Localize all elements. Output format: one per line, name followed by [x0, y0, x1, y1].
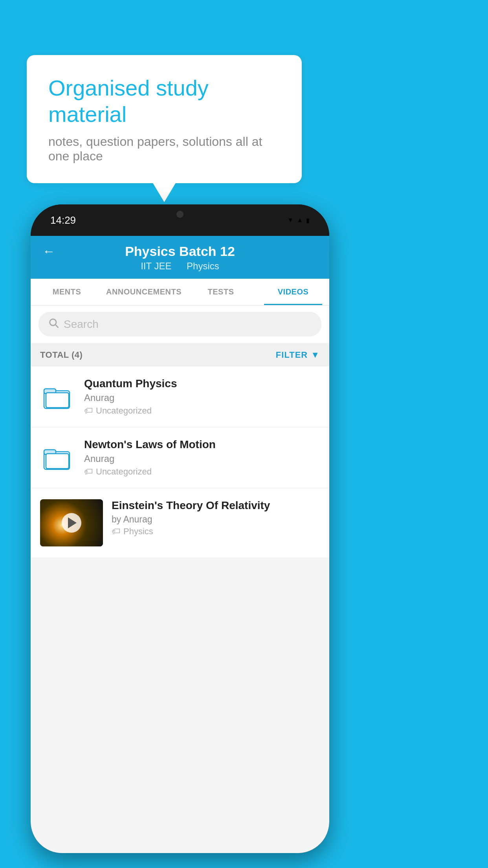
filter-label: FILTER	[276, 350, 308, 360]
header-top: ← Physics Batch 12	[42, 244, 317, 259]
wifi-icon: ▼	[287, 217, 294, 224]
video-tag: 🏷 Physics	[112, 526, 320, 537]
svg-rect-7	[46, 454, 69, 469]
signal-icon: ▲	[297, 217, 303, 224]
status-icons: ▼ ▲ ▮	[287, 217, 310, 224]
batch-subject: Physics	[187, 261, 219, 271]
video-tag: 🏷 Uncategorized	[84, 406, 320, 416]
phone-screen: ← Physics Batch 12 IIT JEE Physics MENTS…	[31, 236, 329, 853]
tag-icon: 🏷	[84, 406, 93, 416]
bubble-title: Organised study material	[48, 75, 280, 127]
list-item[interactable]: Einstein's Theory Of Relativity by Anura…	[31, 488, 329, 557]
play-button[interactable]	[62, 513, 81, 533]
filter-button[interactable]: FILTER ▼	[276, 350, 320, 360]
svg-line-1	[56, 325, 58, 327]
search-icon	[48, 317, 59, 331]
camera	[176, 211, 183, 218]
back-button[interactable]: ←	[42, 244, 55, 259]
header-subtitle: IIT JEE Physics	[42, 261, 317, 272]
video-title: Newton's Laws of Motion	[84, 438, 320, 451]
play-icon	[68, 517, 77, 528]
video-tag: 🏷 Uncategorized	[84, 467, 320, 477]
search-input[interactable]: Search	[64, 318, 99, 331]
tab-tests[interactable]: TESTS	[185, 279, 257, 305]
video-thumbnail	[40, 440, 75, 475]
clock: 14:29	[50, 214, 76, 226]
list-item[interactable]: Quantum Physics Anurag 🏷 Uncategorized	[31, 366, 329, 427]
tag-icon: 🏷	[112, 526, 120, 537]
search-bar[interactable]: Search	[39, 312, 321, 337]
speech-bubble: Organised study material notes, question…	[27, 55, 302, 183]
batch-category: IIT JEE	[141, 261, 171, 271]
video-thumbnail	[40, 379, 75, 414]
video-author: by Anurag	[112, 514, 320, 525]
app-header: ← Physics Batch 12 IIT JEE Physics	[31, 236, 329, 279]
notch	[149, 204, 211, 224]
video-thumbnail-image	[40, 499, 103, 546]
video-title: Quantum Physics	[84, 377, 320, 390]
video-author: Anurag	[84, 453, 320, 464]
svg-rect-4	[46, 393, 69, 408]
video-info: Newton's Laws of Motion Anurag 🏷 Uncateg…	[84, 438, 320, 477]
tab-ments[interactable]: MENTS	[31, 279, 103, 305]
filter-icon: ▼	[311, 350, 320, 360]
video-author: Anurag	[84, 392, 320, 403]
tag-icon: 🏷	[84, 467, 93, 477]
tab-videos[interactable]: VIDEOS	[257, 279, 329, 305]
status-bar: 14:29 ▼ ▲ ▮	[31, 204, 329, 236]
video-title: Einstein's Theory Of Relativity	[112, 499, 320, 512]
video-list: Quantum Physics Anurag 🏷 Uncategorized	[31, 366, 329, 557]
battery-icon: ▮	[306, 217, 310, 224]
page-title: Physics Batch 12	[125, 244, 235, 259]
tab-announcements[interactable]: ANNOUNCEMENTS	[103, 279, 185, 305]
search-container: Search	[31, 305, 329, 343]
list-item[interactable]: Newton's Laws of Motion Anurag 🏷 Uncateg…	[31, 427, 329, 488]
total-count: TOTAL (4)	[40, 350, 83, 360]
phone-frame: 14:29 ▼ ▲ ▮ ← Physics Batch 12 IIT JEE P…	[31, 204, 329, 853]
filter-bar: TOTAL (4) FILTER ▼	[31, 344, 329, 366]
video-info: Quantum Physics Anurag 🏷 Uncategorized	[84, 377, 320, 416]
bubble-subtitle: notes, question papers, solutions all at…	[48, 134, 280, 164]
svg-point-0	[50, 319, 56, 326]
tab-bar: MENTS ANNOUNCEMENTS TESTS VIDEOS	[31, 279, 329, 305]
video-info: Einstein's Theory Of Relativity by Anura…	[112, 499, 320, 537]
